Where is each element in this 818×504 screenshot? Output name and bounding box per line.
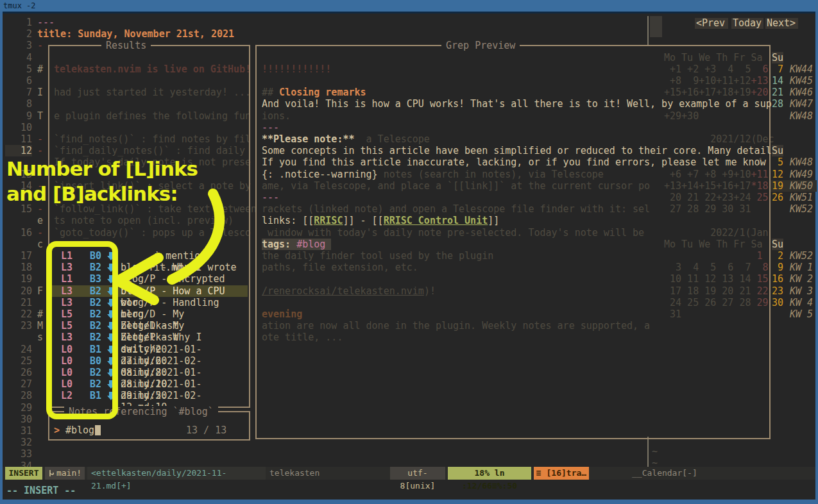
- line-number: 8: [5, 98, 32, 110]
- calendar-week-number: KW 5: [790, 308, 813, 320]
- window-separator-top: [647, 16, 649, 45]
- preview-line: tags: #blog: [262, 239, 331, 250]
- preview-line-seg: evening: [262, 308, 302, 320]
- buffer-line-seg: T: [37, 110, 43, 122]
- frame-bottom: [0, 500, 818, 504]
- statusline-encoding: utf-8[unix]: [390, 467, 445, 480]
- calendar-day[interactable]: 14: [772, 75, 783, 87]
- line-number: 22: [5, 308, 32, 320]
- buffer-line: I: [37, 87, 43, 98]
- buffer-frontmatter-dashes: ---: [37, 17, 55, 28]
- preview-line: the daily finder tool used by the plugin: [262, 250, 493, 262]
- window-titlebar[interactable]: tmux -2: [0, 0, 818, 12]
- buffer-line: T: [37, 110, 43, 122]
- statusline-position: 18% ln :12/66≡%:50: [448, 467, 531, 480]
- preview-line: ame, via Telescope, and place a `[[link]…: [262, 180, 650, 192]
- calendar-week-number: KW48: [790, 110, 813, 122]
- frame-right: [815, 12, 818, 504]
- preview-line: !!!!!!!!!!!!: [262, 63, 331, 75]
- calendar-sunday-header: Su: [772, 52, 783, 63]
- calendar-day[interactable]: 19: [772, 180, 783, 192]
- calendar-day[interactable]: 2: [772, 250, 783, 262]
- statusline-filetype-label: telekasten: [269, 468, 320, 478]
- calendar-today-button[interactable]: Today: [731, 18, 763, 29]
- preview-line-seg: RRISC: [314, 215, 343, 226]
- buffer-line: e: [37, 215, 43, 226]
- preview-line-seg: ame, via Telescope, and place a `[[link]…: [262, 180, 650, 192]
- calendar-week-number: KW50: [790, 180, 813, 192]
- preview-line-seg: {: .notice--warning}: [262, 169, 378, 180]
- calendar-day[interactable]: 21: [772, 87, 783, 98]
- preview-line-seg: ---: [262, 122, 279, 133]
- statusline-calendar-window-status: __Calendar[-]: [632, 467, 747, 480]
- calendar-week-number: KW51: [790, 192, 813, 203]
- preview-line: **Please note:** a Telescope: [262, 133, 430, 145]
- line-number: 25: [5, 355, 32, 367]
- calendar-day[interactable]: 5: [772, 156, 783, 168]
- grep-preview-title: Grep Preview: [441, 40, 520, 51]
- line-number: 28: [5, 390, 32, 401]
- statusline-filename: <ettelkasten/daily/2021-11-21.md[+]: [87, 467, 266, 480]
- statusline-encoding-label: utf-8[unix]: [400, 468, 436, 491]
- prompt-prefix: >: [54, 424, 60, 436]
- preview-line-seg: Closing remarks: [279, 87, 366, 98]
- preview-line-seg: #blog: [296, 239, 331, 250]
- git-branch-icon: [48, 469, 55, 477]
- calendar-day[interactable]: 23: [772, 285, 783, 297]
- preview-line: ation are now all done in the plugin. We…: [262, 320, 650, 332]
- statusline-filename-label: <ettelkasten/daily/2021-11-21.md[+]: [91, 468, 226, 491]
- calendar-week-number: KW48: [790, 156, 813, 168]
- preview-line: links: [[RRISC]] - [[RRISC Control Unit]…: [262, 215, 499, 226]
- calendar-day[interactable]: 7: [772, 63, 783, 75]
- calendar-week-number: KW 1: [790, 262, 813, 273]
- statusline-git-branch-label: main!: [56, 468, 81, 478]
- calendar-next-button[interactable]: Next>: [765, 18, 798, 29]
- calendar-week-number: KW47: [790, 98, 813, 110]
- line-number: 2: [5, 28, 32, 40]
- calendar-day[interactable]: 9: [772, 262, 783, 273]
- frame-left: [0, 12, 3, 504]
- preview-line-seg: ation are now all done in the plugin. We…: [262, 320, 650, 332]
- calendar-day[interactable]: 30: [772, 297, 783, 308]
- calendar-week-number: KW45: [790, 75, 813, 87]
- preview-line-seg: tags:: [262, 239, 296, 250]
- line-number: 9: [5, 110, 32, 122]
- preview-line: {: .notice--warning} notes (search in no…: [262, 169, 604, 180]
- calendar-day[interactable]: 26: [772, 192, 783, 203]
- line-number: 33: [5, 448, 32, 460]
- buffer-line: F: [37, 285, 43, 297]
- line-number: 3: [5, 40, 32, 51]
- buffer-line-seg: #: [37, 63, 43, 75]
- preview-line: If you find this article inaccurate, lac…: [262, 156, 766, 168]
- terminal-screen: tmux -2 --- title: Sunday, November 21st…: [0, 0, 818, 504]
- line-number: 10: [5, 122, 32, 133]
- calendar-week-number: KW49: [790, 169, 813, 180]
- buffer-line: s: [37, 332, 43, 343]
- calendar-week-number: KW52: [790, 250, 813, 262]
- buffer-line-seg: I: [37, 87, 43, 98]
- buffer-line-seg: M: [37, 320, 43, 332]
- preview-line-seg: !!!!!!!!!!!!: [262, 63, 331, 75]
- calendar-day[interactable]: 12: [772, 169, 783, 180]
- buffer-line-seg: #: [37, 308, 43, 320]
- statusline-whitespace-warning-label: ≡ [16]tra…: [536, 468, 586, 478]
- line-number: 16: [5, 227, 32, 239]
- line-number: 11: [5, 133, 32, 145]
- line-number: 29: [5, 402, 32, 414]
- preview-line-seg: a Telescope: [355, 133, 430, 145]
- calendar-week-number: KW 4: [790, 297, 813, 308]
- line-number: 31: [5, 425, 32, 437]
- calendar-prev-button[interactable]: <Prev: [695, 18, 728, 29]
- text-cursor: [95, 425, 101, 435]
- preview-line-seg: )!: [424, 285, 436, 297]
- buffer-line-seg: c: [37, 239, 43, 250]
- calendar-day[interactable]: 28: [772, 98, 783, 110]
- preview-line-seg: RRISC Control Unit: [384, 215, 488, 226]
- preview-line-seg: the daily finder tool used by the plugin: [262, 250, 493, 262]
- preview-line-seg: **Please note:**: [262, 133, 355, 145]
- line-number: 5: [5, 63, 32, 75]
- calendar-day[interactable]: 16: [772, 273, 783, 285]
- prompt-input[interactable]: #blog: [65, 424, 94, 436]
- calendar-sunday-header: Su: [772, 145, 783, 156]
- preview-line-seg: ---: [262, 192, 279, 203]
